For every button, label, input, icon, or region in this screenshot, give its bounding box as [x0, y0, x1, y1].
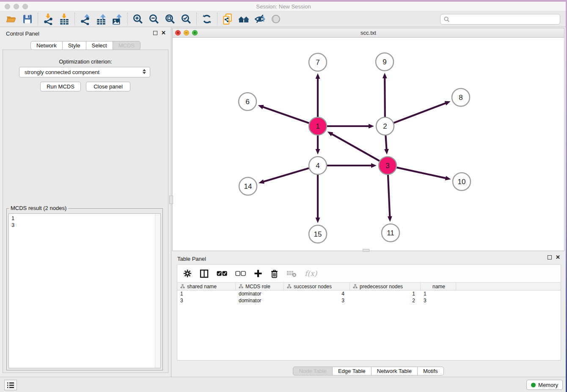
result-scrollbar[interactable] — [155, 214, 160, 368]
cell-successor-nodes[interactable]: 4 — [284, 290, 350, 297]
cell-name[interactable]: 3 — [421, 297, 456, 304]
column-header-successor-nodes[interactable]: successor nodes — [284, 283, 350, 290]
graph-edge-3-1[interactable] — [330, 133, 379, 161]
table-tab-motifs[interactable]: Motifs — [418, 367, 444, 375]
table-tab-network-table[interactable]: Network Table — [372, 367, 418, 375]
zoom-out-button[interactable] — [146, 12, 162, 26]
delete-table-icon — [286, 270, 297, 277]
attribute-icon — [180, 284, 185, 289]
toolbar-separator — [127, 13, 128, 25]
refresh-button[interactable] — [199, 12, 215, 26]
table-tab-edge-table[interactable]: Edge Table — [333, 367, 372, 375]
home-button[interactable] — [236, 12, 252, 26]
save-icon — [22, 14, 33, 25]
cell-predecessor-nodes[interactable]: 1 — [350, 290, 421, 297]
graph-edge-3-10[interactable] — [396, 168, 447, 179]
memory-button[interactable]: Memory — [526, 380, 563, 390]
export-network-button[interactable] — [77, 12, 93, 26]
network-window-title: scc.txt — [173, 28, 564, 37]
tab-style[interactable]: Style — [63, 41, 86, 50]
graph-node-label: 2 — [383, 122, 387, 130]
tab-select[interactable]: Select — [86, 41, 113, 50]
show-columns-button[interactable] — [200, 269, 209, 278]
optimization-criterion-select[interactable]: strongly connected component — [19, 67, 150, 77]
node-table-container: f(x) shared nameMCDS rolesuccessor nodes… — [177, 264, 561, 361]
toolbar-separator — [38, 13, 38, 25]
zoom-in-icon — [132, 13, 144, 25]
cell-predecessor-nodes[interactable]: 2 — [350, 297, 421, 304]
memory-status-icon — [531, 383, 536, 387]
table-row[interactable]: 3dominator323 — [177, 297, 561, 304]
zoom-fit-button[interactable] — [162, 12, 178, 26]
graph-node-label: 10 — [458, 178, 466, 186]
table-row[interactable]: 1dominator411 — [177, 290, 561, 297]
select-all-columns-button[interactable] — [217, 271, 227, 276]
zoom-selected-button[interactable] — [178, 12, 194, 26]
graph-edge-2-9[interactable] — [385, 77, 385, 117]
vizmapper-button[interactable] — [252, 12, 268, 26]
graph-edge-3-11[interactable] — [388, 175, 390, 218]
cell-shared-name[interactable]: 1 — [177, 290, 236, 297]
horizontal-splitter-grip[interactable] — [363, 249, 369, 252]
open-session-button[interactable] — [3, 12, 19, 26]
column-header-MCDS-role[interactable]: MCDS role — [236, 283, 284, 290]
cell-MCDS-role[interactable]: dominator — [236, 290, 284, 297]
column-header-name[interactable]: name — [421, 283, 456, 290]
network-canvas[interactable]: 7968124314101511 — [173, 38, 564, 251]
task-history-button[interactable] — [4, 380, 17, 390]
table-rows: 1dominator4113dominator323 — [177, 290, 561, 304]
vertical-splitter-grip[interactable] — [169, 196, 173, 204]
graph-edge-arrowhead — [316, 218, 320, 223]
graph-edge-2-3[interactable] — [385, 135, 386, 151]
save-session-button[interactable] — [19, 12, 36, 26]
close-table-panel-icon[interactable]: ✕ — [556, 255, 560, 260]
import-table-button[interactable] — [56, 12, 72, 26]
window-titlebar: Session: New Session — [0, 2, 567, 11]
mcds-result-area[interactable]: 1 3 — [8, 213, 161, 368]
duplicate-network-button[interactable] — [220, 12, 236, 26]
tab-mcds[interactable]: MCDS — [113, 41, 140, 50]
zoom-in-button[interactable] — [130, 12, 146, 26]
plus-icon — [254, 269, 262, 278]
disabled-view-button — [268, 12, 284, 26]
table-tab-node-table[interactable]: Node Table — [293, 367, 333, 375]
cell-shared-name[interactable]: 3 — [177, 297, 236, 304]
table-settings-button[interactable] — [183, 269, 192, 278]
network-window-titlebar[interactable]: × − + scc.txt — [173, 28, 564, 38]
close-panel-icon[interactable]: ✕ — [161, 30, 166, 36]
table-toolbar: f(x) — [177, 265, 561, 282]
columns-icon — [200, 269, 209, 278]
graph-edge-1-6[interactable] — [261, 107, 309, 123]
deselect-all-columns-button[interactable] — [235, 271, 246, 276]
tab-network[interactable]: Network — [30, 41, 63, 50]
export-table-button[interactable] — [93, 12, 109, 26]
toolbar-separator — [217, 13, 217, 25]
graph-node-label: 1 — [316, 122, 319, 130]
import-network-button[interactable] — [40, 12, 56, 26]
float-table-panel-icon[interactable] — [548, 255, 552, 259]
add-column-button[interactable] — [254, 269, 262, 278]
close-panel-button[interactable]: Close panel — [86, 82, 130, 91]
export-image-button[interactable] — [109, 12, 125, 26]
select-chevrons-icon — [143, 69, 146, 74]
search-input[interactable] — [450, 16, 557, 23]
zoom-fit-icon — [164, 13, 176, 25]
cell-successor-nodes[interactable]: 3 — [284, 297, 350, 304]
eye-slash-icon — [254, 13, 266, 25]
graph-edge-2-8[interactable] — [394, 102, 447, 123]
cell-MCDS-role[interactable]: dominator — [236, 297, 284, 304]
unchecked-boxes-icon — [235, 271, 246, 276]
graph-edge-arrowhead — [388, 216, 392, 222]
function-builder-button-disabled: f(x) — [305, 269, 317, 278]
network-view-window: × − + scc.txt 7968124314101511 — [172, 28, 564, 251]
delete-table-button-disabled — [286, 270, 297, 277]
float-panel-icon[interactable] — [153, 31, 157, 35]
column-header-predecessor-nodes[interactable]: predecessor nodes — [350, 283, 421, 290]
graph-edge-4-14[interactable] — [262, 168, 309, 182]
run-mcds-button[interactable]: Run MCDS — [40, 82, 81, 91]
optimization-criterion-label: Optimization criterion: — [3, 58, 168, 65]
cell-name[interactable]: 1 — [421, 290, 456, 297]
column-header-shared-name[interactable]: shared name — [177, 283, 236, 290]
delete-column-button[interactable] — [270, 269, 278, 278]
table-panel: Table Panel ✕ — [172, 252, 564, 377]
